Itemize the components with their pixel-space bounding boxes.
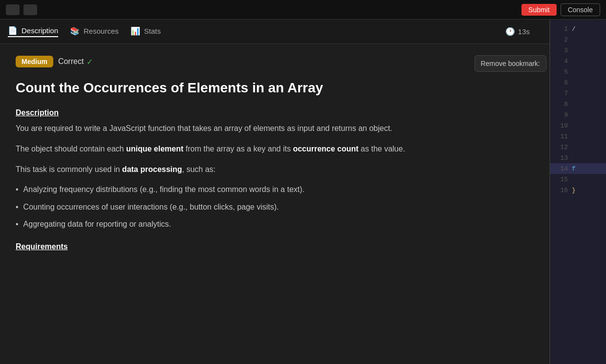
nav-back-button[interactable]	[6, 4, 20, 15]
line-row: 8	[550, 99, 606, 109]
description-heading: Description	[16, 108, 534, 117]
list-item: Analyzing frequency distributions (e.g.,…	[16, 183, 534, 196]
desc-p2-mid: from the array as a key and its	[183, 145, 293, 153]
line-number: 2	[554, 36, 568, 43]
left-panel: 📄 Description 📚 Resources 📊 Stats 🕐 13s …	[0, 20, 550, 364]
stats-icon: 📊	[130, 26, 140, 36]
line-row: 12	[550, 142, 606, 152]
line-numbers: 1 / 2 3 4 5 6 7	[550, 20, 606, 199]
list-item: Aggregating data for reporting or analyt…	[16, 218, 534, 231]
line-code: f	[572, 165, 576, 172]
line-row: 13	[550, 152, 606, 163]
line-row: 15	[550, 174, 606, 185]
tab-description-label: Description	[22, 26, 58, 35]
line-number: 5	[554, 68, 568, 76]
top-bar: Submit Console	[0, 0, 606, 20]
tab-resources-label: Resources	[84, 27, 119, 35]
line-number: 4	[554, 58, 568, 65]
line-row: 6	[550, 77, 606, 88]
line-number: 14	[554, 165, 568, 172]
description-paragraph-1: You are required to write a JavaScript f…	[16, 122, 534, 135]
desc-p2-bold2: occurrence count	[293, 145, 358, 153]
console-button[interactable]: Console	[561, 3, 600, 16]
correct-label: Correct	[58, 57, 84, 66]
line-number: 7	[554, 90, 568, 97]
line-number: 3	[554, 47, 568, 54]
clock-icon: 🕐	[505, 27, 515, 36]
remove-bookmark-tooltip: Remove bookmark:	[475, 55, 546, 72]
line-row: 9	[550, 109, 606, 120]
tab-description[interactable]: 📄 Description	[8, 26, 58, 37]
line-number: 9	[554, 111, 568, 119]
checkmark-icon: ✓	[87, 57, 93, 66]
line-row: 4	[550, 56, 606, 66]
line-number: 10	[554, 122, 568, 129]
code-editor-panel: 1 / 2 3 4 5 6 7	[550, 20, 606, 364]
line-number: 1	[554, 25, 568, 33]
line-number: 11	[554, 133, 568, 140]
list-item: Counting occurrences of user interaction…	[16, 201, 534, 214]
line-number: 16	[554, 187, 568, 194]
tab-resources[interactable]: 📚 Resources	[70, 26, 119, 37]
content-area[interactable]: Medium Correct ✓	[0, 44, 549, 364]
problem-title: Count the Occurrences of Elements in an …	[16, 79, 534, 97]
line-row: 16 }	[550, 185, 606, 195]
timer-display: 🕐 13s	[505, 27, 530, 36]
resources-icon: 📚	[70, 26, 80, 36]
submit-button[interactable]: Submit	[521, 4, 557, 16]
desc-p2-prefix: The object should contain each	[16, 145, 126, 153]
line-number: 12	[554, 144, 568, 151]
line-row: 7	[550, 88, 606, 99]
line-row: 11	[550, 131, 606, 142]
line-row: 3	[550, 45, 606, 56]
line-number: 6	[554, 79, 568, 86]
description-icon: 📄	[8, 26, 18, 35]
desc-p2-suffix: as the value.	[359, 145, 405, 153]
line-row: 2	[550, 34, 606, 45]
correct-status: Correct ✓	[58, 57, 93, 66]
desc-p3-prefix: This task is commonly used in	[16, 165, 122, 173]
nav-forward-button[interactable]	[23, 4, 37, 15]
bullet-list: Analyzing frequency distributions (e.g.,…	[16, 183, 534, 231]
timer-value: 13s	[518, 27, 530, 36]
requirements-heading: Requirements	[16, 242, 534, 251]
line-row: 5	[550, 66, 606, 77]
line-number: 8	[554, 101, 568, 108]
line-code: /	[572, 25, 576, 33]
meta-row: Medium Correct ✓	[16, 56, 534, 67]
main-layout: 📄 Description 📚 Resources 📊 Stats 🕐 13s …	[0, 20, 606, 364]
description-paragraph-3: This task is commonly used in data proce…	[16, 163, 534, 176]
tab-stats-label: Stats	[144, 27, 161, 35]
line-code: }	[572, 187, 576, 194]
line-number: 15	[554, 176, 568, 183]
desc-p2-bold1: unique element	[126, 145, 183, 153]
difficulty-badge: Medium	[16, 56, 53, 67]
tabs-bar: 📄 Description 📚 Resources 📊 Stats 🕐 13s …	[0, 20, 549, 44]
line-row: 10	[550, 120, 606, 131]
desc-p3-suffix: , such as:	[182, 165, 216, 173]
line-row-highlighted: 14 f	[550, 163, 606, 174]
desc-p3-bold: data processing	[122, 165, 182, 173]
line-row: 1 /	[550, 23, 606, 34]
line-number: 13	[554, 154, 568, 162]
tab-stats[interactable]: 📊 Stats	[130, 26, 161, 37]
description-paragraph-2: The object should contain each unique el…	[16, 143, 534, 155]
